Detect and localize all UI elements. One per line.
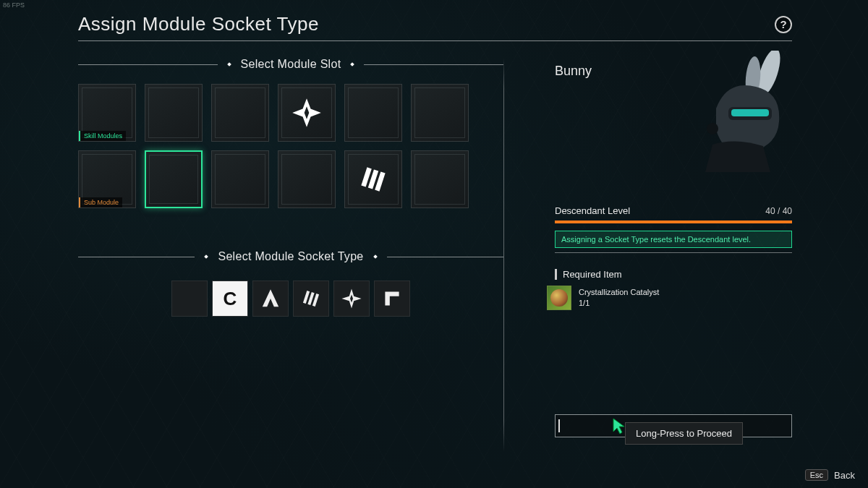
warning-underline bbox=[555, 252, 792, 253]
descendant-level-label: Descendant Level bbox=[555, 205, 630, 216]
svg-rect-0 bbox=[361, 167, 371, 187]
section-select-slot: Select Module Slot bbox=[78, 58, 503, 71]
almandine-icon bbox=[259, 287, 282, 310]
slot[interactable] bbox=[145, 84, 203, 142]
required-item: Crystallization Catalyst 1/1 bbox=[547, 286, 792, 310]
svg-point-10 bbox=[707, 123, 718, 134]
xantric-icon bbox=[291, 97, 323, 129]
svg-rect-2 bbox=[375, 171, 385, 191]
proceed-tooltip: Long-Press to Proceed bbox=[625, 422, 743, 445]
slot-tag-skill: Skill Modules bbox=[79, 131, 126, 141]
esc-key-icon: Esc bbox=[805, 469, 828, 481]
socket-type-xantric[interactable] bbox=[333, 281, 370, 317]
slot[interactable] bbox=[344, 150, 402, 208]
cerulean-icon: C bbox=[224, 288, 237, 310]
slot-sub-module[interactable]: Sub Module bbox=[78, 150, 136, 208]
xantric-icon bbox=[340, 287, 363, 310]
socket-type-malachite[interactable] bbox=[293, 281, 329, 317]
slot[interactable] bbox=[278, 150, 336, 208]
section-select-socket-type: Select Module Socket Type bbox=[78, 250, 503, 263]
footer-back[interactable]: Esc Back bbox=[805, 469, 855, 481]
malachite-icon bbox=[357, 163, 389, 195]
section-label: Select Module Socket Type bbox=[218, 250, 363, 263]
character-portrait bbox=[684, 51, 799, 174]
required-item-title: Required Item bbox=[563, 269, 792, 280]
slot[interactable] bbox=[344, 84, 402, 142]
back-label: Back bbox=[834, 470, 855, 481]
socket-type-none[interactable] bbox=[171, 281, 208, 317]
cursor-icon bbox=[612, 417, 626, 435]
socket-type-almandine[interactable] bbox=[252, 281, 289, 317]
catalyst-icon bbox=[547, 286, 571, 310]
slot-skill-module[interactable]: Skill Modules bbox=[78, 84, 136, 142]
required-item-name: Crystallization Catalyst bbox=[579, 287, 659, 298]
slot[interactable] bbox=[411, 84, 469, 142]
svg-rect-1 bbox=[368, 169, 378, 189]
title-underline bbox=[78, 40, 792, 41]
fps-counter: 86 FPS bbox=[3, 1, 25, 9]
slot[interactable] bbox=[411, 150, 469, 208]
slot[interactable] bbox=[278, 84, 336, 142]
page-title: Assign Module Socket Type bbox=[78, 13, 319, 35]
slot[interactable] bbox=[211, 150, 269, 208]
malachite-icon bbox=[299, 287, 323, 310]
descendant-level-bar bbox=[555, 221, 792, 223]
svg-rect-9 bbox=[731, 109, 769, 116]
slot-selected[interactable] bbox=[145, 150, 203, 208]
socket-type-rutile[interactable] bbox=[374, 281, 410, 317]
slot-tag-sub: Sub Module bbox=[79, 197, 122, 207]
section-label: Select Module Slot bbox=[241, 58, 341, 71]
socket-type-cerulean[interactable]: C bbox=[212, 281, 248, 317]
descendant-level-value: 40 / 40 bbox=[765, 206, 792, 216]
proceed-button[interactable]: Long-Press to Proceed bbox=[555, 414, 792, 437]
module-slot-grid: Skill Modules Sub Module bbox=[78, 84, 503, 208]
help-button[interactable]: ? bbox=[775, 16, 792, 33]
rutile-icon bbox=[380, 287, 404, 310]
socket-type-row: C bbox=[78, 276, 503, 317]
required-item-count: 1/1 bbox=[579, 298, 659, 309]
slot[interactable] bbox=[211, 84, 269, 142]
reset-warning: Assigning a Socket Type resets the Desce… bbox=[555, 231, 792, 248]
